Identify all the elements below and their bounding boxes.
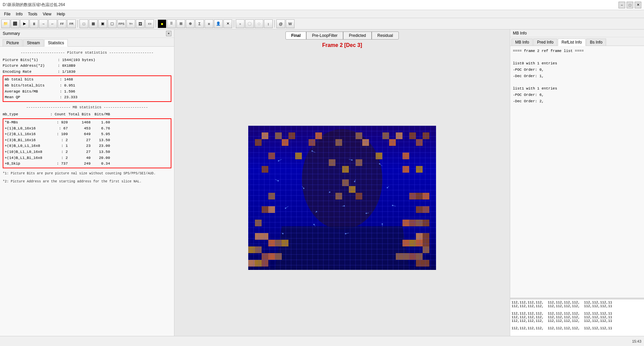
stat-picture-addr: Picture Address(*2) : 0X18B9	[3, 63, 171, 69]
stat-mb-total-bits: mb total bits : 1468	[5, 77, 169, 83]
tb-fr[interactable]: FR	[67, 19, 76, 28]
mb-row-3: +(3)B_Bi_16x16 : 2 27 13.50	[5, 137, 169, 143]
footnote2: *2: Picture Address are the starting add…	[3, 179, 171, 184]
main-layout: Summary ✕ Picture Stream Statistics ----…	[0, 30, 644, 346]
tb-rect[interactable]: □	[79, 19, 88, 28]
mb-tab-bsinfo[interactable]: Bs Info	[586, 39, 606, 46]
reflist-dec1: -Dec Order: 1,	[513, 73, 641, 79]
tb-sigma[interactable]: Σ	[195, 19, 204, 28]
mb-row-2: +(2)B_L1_16x16 : 109 649 5.95	[5, 131, 169, 137]
picture-stats-title: -------------------- Picture statistics …	[3, 50, 171, 56]
mb-stats-title: -------------------- MB statistics -----…	[3, 105, 171, 111]
menu-view[interactable]: View	[40, 11, 54, 17]
tb-forward[interactable]: →	[39, 19, 48, 28]
tb-x[interactable]: ✕	[223, 19, 232, 28]
view-tab-final[interactable]: Final	[285, 32, 306, 40]
tab-statistics[interactable]: Statistics	[44, 39, 68, 47]
tb-cloud2[interactable]: ◇	[255, 19, 263, 28]
view-tab-predicted[interactable]: Predicted	[343, 32, 372, 40]
toolbar: 📁 ⬛ ▶ ⏸ → ← FF FR □ ▦ ▣ ▢ FPS Yv 🖼 ▭ ■ ⠿…	[0, 18, 644, 30]
view-tabs: Final Pre-LoopFilter Predicted Residual	[174, 30, 510, 41]
reflist-poc6: -POC Order: 6,	[513, 92, 641, 98]
tb-at[interactable]: @	[276, 19, 285, 28]
frame-title: Frame 2 [Dec 3]	[174, 42, 510, 48]
bottom-bar: 15:43	[0, 336, 644, 346]
summary-close[interactable]: ✕	[166, 31, 171, 36]
tb-ff[interactable]: FF	[58, 19, 66, 28]
tb-arrow[interactable]: ↕	[264, 19, 273, 28]
tb-box[interactable]: ▢	[108, 19, 116, 28]
tb-center[interactable]: ⊕	[186, 19, 195, 28]
toolbar-separator-4	[274, 20, 275, 27]
menu-info[interactable]: Info	[13, 11, 25, 17]
mb-table-header: mb_type : Count Total Bits Bits/MB	[3, 112, 171, 118]
reflist-dec2: -Dec Order: 2,	[513, 98, 641, 105]
tb-dots[interactable]: ⠿	[167, 19, 176, 28]
minimize-button[interactable]: −	[619, 2, 625, 8]
menu-file[interactable]: File	[1, 11, 13, 17]
mb-row-skip: +B_Skip : 737 249 0.34	[5, 161, 169, 167]
tb-yuv[interactable]: Yv	[126, 19, 135, 28]
tb-grid2[interactable]: ▣	[98, 19, 107, 28]
reflist-poc0: -POC Order: 0,	[513, 67, 641, 73]
mb-row-10: +(10)B_L1_L0_16x8 : 2 27 13.50	[5, 149, 169, 155]
tb-w[interactable]: W	[286, 19, 294, 28]
tb-back[interactable]: ←	[48, 19, 57, 28]
tb-open[interactable]: 📁	[1, 19, 10, 28]
tb-fps[interactable]: FPS	[117, 19, 126, 28]
right-panel: MB Info MB Info Pred Info RefList Info B…	[510, 30, 644, 346]
view-tab-preloop[interactable]: Pre-LoopFilter	[306, 32, 343, 40]
data-row-blank-1	[512, 308, 643, 312]
tb-img[interactable]: 🖼	[136, 19, 145, 28]
tb-play[interactable]: ▶	[20, 19, 29, 28]
tb-pause[interactable]: ⏸	[30, 19, 38, 28]
tabs-row: Picture Stream Statistics	[0, 38, 174, 47]
tb-grid[interactable]: ▦	[89, 19, 98, 28]
tb-stop[interactable]: ⬛	[11, 19, 19, 28]
data-row-3: 112,112,112,112, 112,112,112,112, 112,11…	[512, 312, 643, 315]
tb-cloud1[interactable]: ◯	[245, 19, 254, 28]
mb-row-14: +(14)B_L1_Bi_16x8 : 2 40 20.00	[5, 155, 169, 161]
mb-info-header: MB Info	[510, 30, 644, 37]
tb-color[interactable]: ■	[158, 19, 166, 28]
mb-stats-section: -------------------- MB statistics -----…	[3, 105, 171, 184]
video-canvas	[248, 126, 436, 270]
reflist-blank-1	[513, 54, 641, 61]
tab-stream[interactable]: Stream	[23, 39, 44, 46]
mb-stats-box: *B-MBs : 920 1468 1.60 +(1)B_L0_16x16 : …	[3, 118, 171, 168]
stat-encoding-rate: Encoding Rate : 1/1830	[3, 69, 171, 75]
tb-rect2[interactable]: ▭	[145, 19, 154, 28]
tb-person[interactable]: 👤	[214, 19, 223, 28]
left-panel: Summary ✕ Picture Stream Statistics ----…	[0, 30, 174, 346]
summary-label: Summary	[3, 31, 20, 36]
toolbar-separator-1	[77, 20, 78, 27]
mb-tab-reflist[interactable]: RefList Info	[558, 39, 586, 46]
tb-lines[interactable]: ≡	[205, 19, 213, 28]
menu-help[interactable]: Help	[54, 11, 68, 17]
data-row-4: 112,112,112,112, 112,112,112,112, 112,11…	[512, 315, 643, 319]
tb-circle1[interactable]: ●	[236, 19, 245, 28]
reflist-blank-2	[513, 79, 641, 85]
mb-tab-mbinfo[interactable]: MB Info	[512, 39, 533, 46]
reflist-list1: list1 with 1 entries	[513, 85, 641, 92]
menu-tools[interactable]: Tools	[25, 11, 40, 17]
maximize-button[interactable]: □	[627, 2, 633, 8]
tb-table[interactable]: ⊞	[176, 19, 185, 28]
mb-tabs-row: MB Info Pred Info RefList Info Bs Info	[510, 37, 644, 46]
mb-tab-predinfo[interactable]: Pred Info	[533, 39, 557, 46]
title-controls: − □ ✕	[619, 2, 641, 8]
toolbar-separator-3	[234, 20, 234, 27]
stat-mean-qp: Mean QP : 23.333	[5, 95, 169, 101]
footnote1: *1: Picture Bits are pure picture nal si…	[3, 171, 171, 176]
view-tab-residual[interactable]: Residual	[372, 32, 399, 40]
close-button[interactable]: ✕	[635, 2, 641, 8]
stats-content: -------------------- Picture statistics …	[0, 47, 174, 346]
mb-row-bmbs: *B-MBs : 920 1468 1.60	[5, 120, 169, 126]
center-panel: Final Pre-LoopFilter Predicted Residual …	[174, 30, 510, 346]
mb-row-1: +(1)B_L0_16x16 : 67 453 6.76	[5, 126, 169, 132]
tab-picture[interactable]: Picture	[3, 39, 22, 46]
stat-picture-bits: Picture Bits(*1) : 1544(193 bytes)	[3, 57, 171, 63]
reflist-line-1: ==== frame 2 ref frame list ====	[513, 48, 641, 54]
reflist-list0: list0 with 1 entries	[513, 60, 641, 67]
highlighted-stats-box: mb total bits : 1468 mb bits/total_bits …	[3, 75, 171, 102]
